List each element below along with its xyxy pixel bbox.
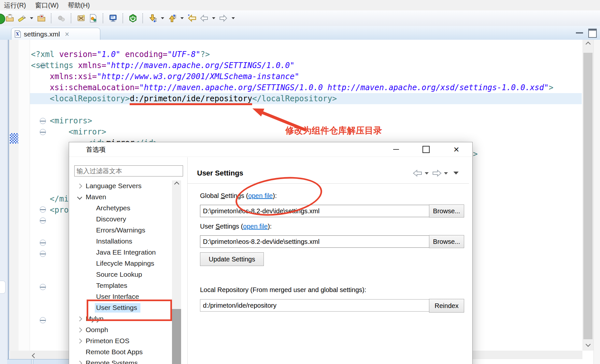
- tree-scrollbar[interactable]: [172, 180, 181, 364]
- tree-item-label: Maven: [86, 193, 106, 201]
- user-open-file-link[interactable]: open file: [243, 223, 268, 230]
- code-line: <pro: [31, 204, 69, 216]
- tree-item-language-servers[interactable]: Language Servers: [69, 180, 172, 191]
- back-icon-dropdown[interactable]: [212, 17, 215, 19]
- global-browse-button[interactable]: Browse...: [429, 204, 464, 217]
- forward-icon[interactable]: [219, 14, 228, 23]
- nav-forward-icon[interactable]: [432, 170, 442, 177]
- svg-text:X: X: [16, 32, 19, 36]
- console-icon[interactable]: [108, 14, 118, 23]
- reindex-button[interactable]: Reindex: [429, 299, 464, 313]
- global-settings-field[interactable]: [200, 205, 431, 217]
- local-repository-label: Local Repository (From merged user and g…: [200, 286, 366, 294]
- tree-item-source-lookup[interactable]: Source Lookup: [69, 269, 172, 280]
- chevron-right-icon[interactable]: [77, 183, 82, 189]
- code-line: </mi: [31, 193, 69, 204]
- code-line: xmlns:xsi="http://www.w3.org/2001/XMLSch…: [31, 71, 299, 82]
- toolbar: *: [0, 10, 600, 26]
- highlight-icon[interactable]: [17, 14, 26, 23]
- tree-item-maven[interactable]: Maven: [69, 191, 172, 203]
- next-annotation-icon-dropdown[interactable]: [161, 17, 164, 19]
- dialog-minimize-button[interactable]: [386, 142, 406, 157]
- back-icon[interactable]: [199, 14, 208, 23]
- overview-ruler: [593, 40, 600, 364]
- tree-item-errors-warnings[interactable]: Errors/Warnings: [69, 225, 172, 236]
- tree-item-discovery[interactable]: Discovery: [69, 214, 172, 225]
- last-edit-location-icon[interactable]: *: [187, 14, 196, 23]
- boot-dashboard-icon[interactable]: [128, 14, 137, 23]
- svg-text:*: *: [188, 14, 190, 18]
- dialog-maximize-button[interactable]: [416, 142, 436, 157]
- user-settings-field[interactable]: [200, 235, 431, 248]
- filter-input[interactable]: [74, 165, 183, 176]
- tree-item-installations[interactable]: Installations: [69, 236, 172, 247]
- prev-annotation-icon-dropdown[interactable]: [180, 17, 184, 19]
- xml-transform-icon[interactable]: [89, 14, 98, 23]
- tree-item-remote-boot-apps[interactable]: Remote Boot Apps: [69, 346, 172, 357]
- forward-icon-dropdown[interactable]: [232, 17, 235, 19]
- tree-item-label: Errors/Warnings: [96, 226, 145, 234]
- tree-item-oomph[interactable]: Oomph: [69, 324, 172, 335]
- tree-item-remote-systems[interactable]: Remote Systems: [69, 357, 172, 364]
- tree-scroll-up-icon[interactable]: [172, 182, 181, 186]
- dialog-title-bar[interactable]: 首选项 ×: [69, 142, 472, 157]
- menu-run[interactable]: 运行(R): [4, 1, 26, 10]
- ant-build-icon[interactable]: [77, 14, 86, 23]
- xml-file-icon: X: [15, 30, 21, 38]
- annotation-rectangle: [87, 300, 172, 321]
- highlight-icon-dropdown[interactable]: [30, 17, 33, 19]
- tree-item-archetypes[interactable]: Archetypes: [69, 203, 172, 214]
- tab-close-icon[interactable]: ×: [65, 31, 69, 37]
- tree-item-label: Templates: [96, 282, 127, 289]
- prev-annotation-icon[interactable]: [168, 14, 177, 23]
- toolbar-separator: [122, 13, 123, 23]
- nav-forward-dropdown-icon[interactable]: [444, 172, 448, 175]
- local-repository-field[interactable]: [200, 299, 431, 312]
- paste-icon[interactable]: [5, 14, 14, 23]
- chevron-right-icon[interactable]: [77, 316, 82, 321]
- dialog-separator: [187, 157, 188, 364]
- debug-disabled-icon[interactable]: [57, 14, 66, 23]
- scroll-down-icon[interactable]: [582, 343, 593, 346]
- nav-back-dropdown-icon[interactable]: [425, 172, 429, 175]
- editor-vertical-scrollbar[interactable]: [582, 40, 593, 351]
- tree-item-templates[interactable]: Templates: [69, 280, 172, 291]
- code-line: <?xml version="1.0" encoding="UTF-8"?>: [31, 49, 210, 60]
- chevron-right-icon[interactable]: [77, 327, 82, 332]
- code-line: <localRepository>d:/primeton/ide/reposit…: [31, 93, 337, 104]
- tree-item-label: Oomph: [86, 326, 108, 334]
- tree-item-primeton-eos[interactable]: Primeton EOS: [69, 335, 172, 346]
- view-maximize-icon[interactable]: [588, 29, 597, 38]
- editor-tab-bar: X settings.xml ×: [0, 26, 600, 40]
- preferences-app-icon: [75, 145, 83, 154]
- tree-scroll-thumb[interactable]: [172, 309, 181, 364]
- dialog-close-button[interactable]: ×: [446, 142, 466, 157]
- code-line: >: [473, 148, 478, 160]
- next-annotation-icon[interactable]: [148, 14, 157, 23]
- menu-window[interactable]: 窗口(W): [35, 1, 59, 10]
- header-divider: [188, 183, 469, 184]
- scroll-left-icon[interactable]: [33, 353, 36, 359]
- chevron-right-icon[interactable]: [77, 338, 82, 343]
- toolbar-separator: [71, 13, 72, 23]
- update-settings-button[interactable]: Update Settings: [200, 252, 264, 266]
- tree-item-label: Primeton EOS: [86, 337, 129, 345]
- chevron-down-icon[interactable]: [77, 194, 82, 200]
- open-file-icon[interactable]: [37, 14, 46, 23]
- tree-item-java-ee-integration[interactable]: Java EE Integration: [69, 247, 172, 258]
- scroll-up-icon[interactable]: [582, 42, 593, 46]
- chevron-right-icon[interactable]: [77, 360, 82, 364]
- view-minimize-icon[interactable]: [576, 30, 583, 34]
- menu-help[interactable]: 帮助(H): [68, 1, 90, 10]
- user-browse-button[interactable]: Browse...: [429, 235, 464, 248]
- tree-item-lifecycle-mappings[interactable]: Lifecycle Mappings: [69, 258, 172, 269]
- toolbar-separator: [142, 13, 143, 23]
- toolbar-separator: [51, 13, 52, 23]
- vertical-scroll-thumb[interactable]: [583, 53, 593, 339]
- preferences-dialog: 首选项 × Language ServersMavenArchetypesDis…: [69, 142, 473, 364]
- bottom-strip-divider: [31, 359, 33, 364]
- panel-menu-icon[interactable]: [453, 172, 459, 175]
- nav-back-icon[interactable]: [413, 170, 422, 177]
- tree-item-label: Language Servers: [86, 182, 142, 190]
- tab-settings-xml[interactable]: X settings.xml ×: [11, 28, 100, 40]
